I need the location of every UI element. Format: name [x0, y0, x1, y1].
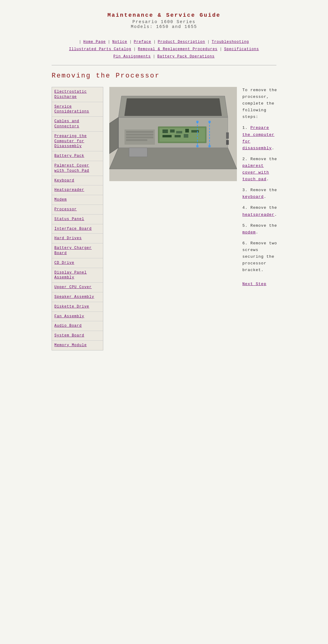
sidebar-item-electrostatic-discharge[interactable]: Electrostatic Discharge: [52, 87, 103, 102]
step-6: 6. Remove two screws securing the proces…: [242, 240, 277, 274]
sidebar-item-audio-board[interactable]: Audio Board: [52, 321, 103, 331]
divider: [52, 65, 276, 65]
sidebar-item-keyboard[interactable]: Keyboard: [52, 176, 103, 186]
sidebar-item-upper-cpu-cover[interactable]: Upper CPU Cover: [52, 283, 103, 292]
sidebar-item-modem[interactable]: Modem: [52, 195, 103, 205]
sidebar-item-diskette-drive[interactable]: Diskette Drive: [52, 302, 103, 312]
nav-pin-assignments[interactable]: Pin Assignments: [113, 54, 151, 59]
sidebar-item-speaker-assembly[interactable]: Speaker Assembly: [52, 292, 103, 302]
nav-notice[interactable]: Notice: [112, 40, 127, 44]
sidebar-item-service-considerations[interactable]: Service Considerations: [52, 102, 103, 117]
nav-troubleshooting[interactable]: Troubleshooting: [212, 40, 249, 44]
step-1: 1. Prepare the computer for disassembly.: [242, 125, 277, 151]
svg-point-18: [196, 121, 199, 123]
step-5-number: 5. Remove the: [242, 223, 277, 228]
svg-marker-5: [125, 98, 222, 116]
next-step-link[interactable]: Next Step: [242, 281, 266, 288]
steps-intro: To remove the processor, complete the fo…: [242, 87, 277, 120]
page-title: Removing the Processor: [52, 72, 276, 80]
step-5: 5. Remove the modem.: [242, 222, 277, 236]
sidebar-item-battery-pack[interactable]: Battery Pack: [52, 151, 103, 161]
laptop-image: [109, 87, 237, 181]
svg-rect-12: [191, 130, 199, 133]
nav-product-description[interactable]: Product Description: [158, 40, 205, 44]
sidebar-item-hard-drives[interactable]: Hard Drives: [52, 234, 103, 243]
nav-preface[interactable]: Preface: [134, 40, 151, 44]
sidebar-item-interface-board[interactable]: Interface Board: [52, 224, 103, 234]
keyboard-link[interactable]: keyboard: [242, 195, 264, 199]
step-2: 2. Remove the palmrest cover with touch …: [242, 156, 277, 183]
svg-rect-9: [170, 129, 175, 133]
content-area: Electrostatic Discharge Service Consider…: [52, 87, 276, 350]
nav-removal-replacement[interactable]: Removal & Replacement Procedures: [138, 47, 217, 51]
sidebar-item-cables-connectors[interactable]: Cables and Connectors: [52, 117, 103, 132]
step-3: 3. Remove the keyboard.: [242, 187, 277, 200]
svg-rect-25: [126, 136, 153, 138]
nav-illustrated-parts[interactable]: Illustrated Parts Catalog: [69, 47, 131, 51]
sidebar-item-status-panel[interactable]: Status Panel: [52, 215, 103, 224]
svg-rect-15: [184, 134, 188, 138]
modem-link[interactable]: modem: [242, 230, 256, 235]
sidebar-item-preparing-computer[interactable]: Preparing the Computer for Disassembly: [52, 132, 103, 151]
sidebar-item-cd-drive[interactable]: CD Drive: [52, 258, 103, 268]
main-title: Maintenance & Service Guide: [52, 12, 276, 18]
svg-rect-10: [176, 131, 182, 133]
nav-bar: | Home Page | Notice | Preface | Product…: [52, 38, 276, 60]
sidebar-item-battery-charger-board[interactable]: Battery Charger Board: [52, 243, 103, 258]
svg-rect-13: [162, 135, 172, 137]
header: Maintenance & Service Guide Presario 160…: [52, 12, 276, 29]
svg-rect-27: [129, 148, 147, 157]
subtitle2: Models: 1650 and 1655: [52, 24, 276, 29]
svg-rect-28: [226, 133, 229, 139]
sidebar-item-heatspreader[interactable]: Heatspreader: [52, 185, 103, 195]
step-3-number: 3. Remove the: [242, 188, 277, 192]
page-wrapper: Maintenance & Service Guide Presario 160…: [46, 0, 282, 369]
sidebar-item-display-panel-assembly[interactable]: Display Panel Assembly: [52, 268, 103, 283]
svg-point-20: [208, 121, 211, 123]
step-1-number: 1.: [242, 126, 250, 130]
sidebar: Electrostatic Discharge Service Consider…: [52, 87, 103, 350]
step-2-number: 2. Remove the: [242, 157, 277, 161]
nav-battery-pack-ops[interactable]: Battery Pack Operations: [157, 54, 215, 59]
svg-point-19: [196, 145, 199, 147]
svg-marker-1: [109, 148, 237, 169]
main-content: To remove the processor, complete the fo…: [109, 87, 277, 288]
sidebar-item-system-board[interactable]: System Board: [52, 331, 103, 341]
sidebar-item-fan-assembly[interactable]: Fan Assembly: [52, 312, 103, 322]
svg-marker-3: [109, 117, 118, 154]
sidebar-item-processor[interactable]: Processor: [52, 205, 103, 215]
svg-rect-24: [126, 134, 153, 136]
image-and-steps: To remove the processor, complete the fo…: [109, 87, 277, 288]
svg-rect-11: [185, 129, 189, 133]
heatspreader-link[interactable]: heatspreader: [242, 212, 275, 217]
sidebar-item-palmrest-cover[interactable]: Palmrest Cover with Touch Pad: [52, 161, 103, 176]
nav-home-page[interactable]: Home Page: [83, 40, 106, 44]
steps-panel: To remove the processor, complete the fo…: [242, 87, 277, 288]
svg-point-21: [208, 145, 211, 147]
step-4: 4. Remove the heatspreader.: [242, 205, 277, 218]
svg-rect-14: [175, 135, 181, 137]
step-4-number: 4. Remove the: [242, 205, 277, 210]
subtitle1: Presario 1600 Series: [52, 19, 276, 24]
step-6-text: 6. Remove two screws securing the proces…: [242, 241, 277, 272]
laptop-svg-illustration: [109, 87, 237, 181]
svg-rect-26: [126, 139, 147, 141]
svg-rect-29: [226, 140, 229, 145]
svg-rect-23: [126, 131, 153, 133]
svg-rect-8: [162, 129, 168, 133]
sidebar-item-memory-module[interactable]: Memory Module: [52, 341, 103, 350]
palmrest-link[interactable]: palmrest cover with touch pad: [242, 164, 269, 181]
nav-specifications[interactable]: Specifications: [224, 47, 259, 51]
